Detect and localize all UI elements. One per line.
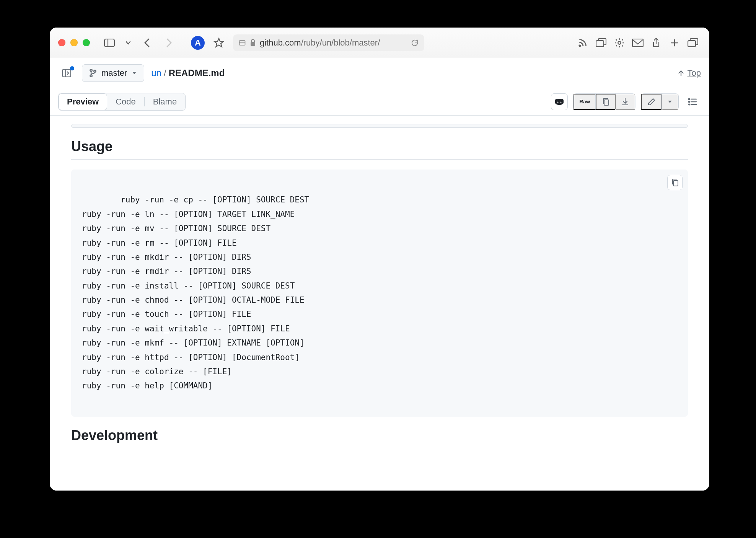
- edit-group: [641, 93, 679, 110]
- branch-name: master: [101, 68, 127, 78]
- heading-development: Development: [71, 427, 688, 448]
- overlapping-windows-icon[interactable]: [593, 35, 609, 51]
- chevron-down-icon: [132, 71, 137, 75]
- file-tree-toggle[interactable]: [58, 65, 75, 82]
- forward-button: [161, 35, 177, 51]
- svg-rect-32: [673, 181, 678, 186]
- privacy-report-icon: [238, 39, 246, 47]
- minimize-window-button[interactable]: [70, 39, 78, 46]
- svg-rect-12: [688, 41, 696, 47]
- view-segmented-control: Preview Code Blame: [58, 93, 186, 111]
- top-label: Top: [688, 68, 701, 78]
- tab-blame[interactable]: Blame: [145, 93, 185, 110]
- arrow-up-icon: [678, 70, 684, 77]
- share-icon[interactable]: [648, 35, 664, 51]
- branch-select[interactable]: master: [82, 64, 144, 82]
- tab-overview-icon[interactable]: [685, 35, 701, 51]
- browser-window: A github.com/ruby/un/blob/master/: [50, 28, 709, 491]
- svg-rect-22: [604, 100, 609, 105]
- tab-code[interactable]: Code: [107, 93, 144, 110]
- close-window-button[interactable]: [58, 39, 65, 46]
- reload-icon[interactable]: [411, 39, 419, 47]
- svg-rect-3: [240, 41, 245, 45]
- copilot-icon: [554, 97, 564, 106]
- copilot-button[interactable]: [551, 93, 568, 110]
- copy-icon: [671, 178, 679, 187]
- svg-point-28: [689, 101, 690, 102]
- url-text: github.com/ruby/un/blob/master/: [260, 38, 380, 48]
- tab-preview[interactable]: Preview: [59, 93, 107, 110]
- code-text: ruby -run -e cp -- [OPTION] SOURCE DEST …: [82, 195, 309, 390]
- svg-point-26: [689, 98, 690, 99]
- svg-point-17: [94, 70, 96, 72]
- usage-code-block: ruby -run -e cp -- [OPTION] SOURCE DEST …: [71, 170, 688, 417]
- edit-file-button[interactable]: [641, 94, 662, 110]
- download-icon: [621, 98, 629, 106]
- breadcrumb: un / README.md: [151, 68, 225, 78]
- download-raw-button[interactable]: [615, 94, 635, 110]
- titlebar: A github.com/ruby/un/blob/master/: [50, 28, 709, 58]
- svg-rect-7: [596, 41, 604, 47]
- address-bar[interactable]: github.com/ruby/un/blob/master/: [233, 34, 424, 51]
- svg-point-21: [560, 101, 561, 103]
- window-controls: [58, 39, 90, 46]
- svg-rect-9: [632, 39, 643, 47]
- notification-dot-icon: [70, 66, 74, 70]
- file-header: master un / README.md Top: [50, 58, 709, 88]
- feed-icon[interactable]: [575, 35, 591, 51]
- copy-raw-button[interactable]: [596, 94, 615, 110]
- heading-usage: Usage: [71, 139, 688, 160]
- copy-code-button[interactable]: [667, 175, 683, 190]
- svg-marker-18: [132, 72, 136, 74]
- svg-point-30: [689, 104, 690, 105]
- new-tab-icon[interactable]: [666, 35, 683, 51]
- svg-point-16: [90, 75, 92, 77]
- breadcrumb-root-link[interactable]: un: [151, 68, 161, 78]
- profile-badge[interactable]: A: [191, 36, 205, 50]
- svg-rect-0: [104, 39, 114, 47]
- breadcrumb-separator: /: [164, 68, 166, 78]
- file-view-toolbar: Preview Code Blame Raw: [50, 88, 709, 116]
- collapsed-block: [71, 124, 688, 128]
- settings-gear-icon[interactable]: [611, 35, 627, 51]
- svg-point-15: [90, 69, 92, 71]
- tab-group-chevron-icon[interactable]: [124, 35, 133, 51]
- sidebar-toggle-icon[interactable]: [101, 35, 117, 51]
- svg-point-20: [557, 101, 558, 103]
- list-icon: [688, 98, 697, 106]
- svg-point-8: [618, 41, 621, 44]
- fullscreen-window-button[interactable]: [83, 39, 90, 46]
- back-button[interactable]: [139, 35, 155, 51]
- scroll-to-top-link[interactable]: Top: [678, 68, 701, 78]
- svg-marker-25: [668, 101, 672, 103]
- copy-icon: [602, 98, 609, 106]
- outline-button[interactable]: [684, 93, 701, 110]
- lock-icon: [250, 39, 256, 47]
- mail-icon[interactable]: [630, 35, 646, 51]
- svg-rect-13: [62, 69, 71, 77]
- raw-group: Raw: [573, 93, 635, 110]
- raw-button[interactable]: Raw: [574, 94, 596, 110]
- pencil-icon: [647, 98, 656, 106]
- edit-dropdown-button[interactable]: [662, 94, 678, 110]
- svg-point-6: [579, 45, 580, 46]
- breadcrumb-current: README.md: [169, 68, 225, 78]
- git-branch-icon: [89, 69, 97, 77]
- bookmark-star-icon[interactable]: [211, 35, 227, 51]
- svg-rect-5: [251, 42, 255, 46]
- readme-content: Usage ruby -run -e cp -- [OPTION] SOURCE…: [50, 116, 709, 491]
- chevron-down-icon: [668, 100, 672, 103]
- svg-marker-2: [214, 38, 223, 47]
